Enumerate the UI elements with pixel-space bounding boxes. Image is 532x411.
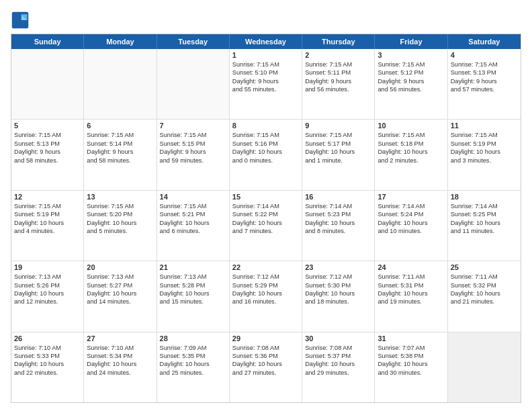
cell-info: Sunrise: 7:13 AMSunset: 5:26 PMDaylight:…: [14, 273, 81, 306]
weekday-header-sunday: Sunday: [11, 34, 84, 49]
day-number: 7: [160, 122, 226, 130]
day-number: 17: [378, 193, 444, 201]
cell-info: Sunrise: 7:15 AMSunset: 5:14 PMDaylight:…: [87, 131, 153, 165]
cell-info: Sunrise: 7:12 AMSunset: 5:30 PMDaylight:…: [305, 273, 371, 306]
calendar-cell: 15Sunrise: 7:14 AMSunset: 5:22 PMDayligh…: [230, 191, 302, 261]
calendar-row-4: 19Sunrise: 7:13 AMSunset: 5:26 PMDayligh…: [11, 261, 521, 332]
cell-info: Sunrise: 7:07 AMSunset: 5:38 PMDaylight:…: [378, 344, 444, 377]
calendar-cell: 7Sunrise: 7:15 AMSunset: 5:15 PMDaylight…: [157, 120, 230, 189]
calendar-cell: 22Sunrise: 7:12 AMSunset: 5:29 PMDayligh…: [230, 261, 302, 331]
cell-info: Sunrise: 7:15 AMSunset: 5:10 PMDaylight:…: [232, 60, 299, 94]
day-number: 28: [160, 334, 226, 342]
calendar-cell: 11Sunrise: 7:15 AMSunset: 5:19 PMDayligh…: [448, 120, 521, 189]
cell-info: Sunrise: 7:15 AMSunset: 5:12 PMDaylight:…: [378, 60, 444, 94]
calendar-cell: 5Sunrise: 7:15 AMSunset: 5:13 PMDaylight…: [11, 120, 84, 189]
calendar-cell: [448, 332, 521, 402]
calendar-cell: 10Sunrise: 7:15 AMSunset: 5:18 PMDayligh…: [375, 120, 447, 189]
cell-info: Sunrise: 7:15 AMSunset: 5:17 PMDaylight:…: [305, 131, 371, 165]
cell-info: Sunrise: 7:15 AMSunset: 5:15 PMDaylight:…: [160, 131, 226, 165]
day-number: 15: [232, 193, 299, 201]
day-number: 26: [14, 334, 81, 342]
day-number: 10: [378, 122, 444, 130]
calendar-cell: 8Sunrise: 7:15 AMSunset: 5:16 PMDaylight…: [230, 120, 302, 189]
day-number: 20: [87, 263, 153, 271]
calendar-cell: 24Sunrise: 7:11 AMSunset: 5:31 PMDayligh…: [375, 261, 447, 331]
cell-info: Sunrise: 7:15 AMSunset: 5:19 PMDaylight:…: [451, 131, 518, 165]
logo: [11, 11, 32, 30]
calendar-cell: 2Sunrise: 7:15 AMSunset: 5:11 PMDaylight…: [302, 49, 375, 119]
calendar-cell: 25Sunrise: 7:11 AMSunset: 5:32 PMDayligh…: [448, 261, 521, 331]
calendar-row-2: 5Sunrise: 7:15 AMSunset: 5:13 PMDaylight…: [11, 120, 521, 190]
calendar-cell: 1Sunrise: 7:15 AMSunset: 5:10 PMDaylight…: [230, 49, 302, 119]
cell-info: Sunrise: 7:15 AMSunset: 5:20 PMDaylight:…: [87, 202, 153, 236]
day-number: 27: [87, 334, 153, 342]
day-number: 31: [378, 334, 444, 342]
cell-info: Sunrise: 7:15 AMSunset: 5:13 PMDaylight:…: [451, 60, 518, 94]
calendar-cell: 23Sunrise: 7:12 AMSunset: 5:30 PMDayligh…: [302, 261, 375, 331]
cell-info: Sunrise: 7:14 AMSunset: 5:24 PMDaylight:…: [378, 202, 444, 236]
cell-info: Sunrise: 7:13 AMSunset: 5:27 PMDaylight:…: [87, 273, 153, 306]
calendar-cell: 21Sunrise: 7:13 AMSunset: 5:28 PMDayligh…: [157, 261, 230, 331]
cell-info: Sunrise: 7:14 AMSunset: 5:22 PMDaylight:…: [232, 202, 299, 236]
day-number: 19: [14, 263, 81, 271]
calendar-cell: 27Sunrise: 7:10 AMSunset: 5:34 PMDayligh…: [84, 332, 157, 402]
day-number: 3: [378, 51, 444, 59]
weekday-header-monday: Monday: [84, 34, 157, 49]
day-number: 6: [87, 122, 153, 130]
weekday-header-saturday: Saturday: [448, 34, 521, 49]
day-number: 30: [305, 334, 371, 342]
cell-info: Sunrise: 7:14 AMSunset: 5:23 PMDaylight:…: [305, 202, 371, 236]
cell-info: Sunrise: 7:13 AMSunset: 5:28 PMDaylight:…: [160, 273, 226, 306]
calendar-cell: 29Sunrise: 7:08 AMSunset: 5:36 PMDayligh…: [230, 332, 302, 402]
cell-info: Sunrise: 7:15 AMSunset: 5:19 PMDaylight:…: [14, 202, 81, 236]
day-number: 22: [232, 263, 299, 271]
calendar-cell: 18Sunrise: 7:14 AMSunset: 5:25 PMDayligh…: [448, 191, 521, 261]
calendar: SundayMondayTuesdayWednesdayThursdayFrid…: [11, 34, 521, 403]
weekday-header-wednesday: Wednesday: [230, 34, 302, 49]
cell-info: Sunrise: 7:15 AMSunset: 5:16 PMDaylight:…: [232, 131, 299, 165]
calendar-cell: [157, 49, 230, 119]
page: SundayMondayTuesdayWednesdayThursdayFrid…: [0, 0, 532, 411]
day-number: 8: [232, 122, 299, 130]
day-number: 14: [160, 193, 226, 201]
day-number: 12: [14, 193, 81, 201]
calendar-header: SundayMondayTuesdayWednesdayThursdayFrid…: [11, 34, 521, 49]
cell-info: Sunrise: 7:15 AMSunset: 5:18 PMDaylight:…: [378, 131, 444, 165]
cell-info: Sunrise: 7:11 AMSunset: 5:31 PMDaylight:…: [378, 273, 444, 306]
weekday-header-thursday: Thursday: [302, 34, 375, 49]
weekday-header-tuesday: Tuesday: [157, 34, 230, 49]
calendar-cell: 26Sunrise: 7:10 AMSunset: 5:33 PMDayligh…: [11, 332, 84, 402]
day-number: 13: [87, 193, 153, 201]
cell-info: Sunrise: 7:14 AMSunset: 5:25 PMDaylight:…: [451, 202, 518, 236]
day-number: 4: [451, 51, 518, 59]
calendar-cell: 14Sunrise: 7:15 AMSunset: 5:21 PMDayligh…: [157, 191, 230, 261]
calendar-cell: [84, 49, 157, 119]
calendar-cell: 13Sunrise: 7:15 AMSunset: 5:20 PMDayligh…: [84, 191, 157, 261]
cell-info: Sunrise: 7:10 AMSunset: 5:33 PMDaylight:…: [14, 344, 81, 377]
header: [11, 8, 521, 30]
calendar-row-3: 12Sunrise: 7:15 AMSunset: 5:19 PMDayligh…: [11, 191, 521, 261]
calendar-cell: 12Sunrise: 7:15 AMSunset: 5:19 PMDayligh…: [11, 191, 84, 261]
day-number: 21: [160, 263, 226, 271]
cell-info: Sunrise: 7:15 AMSunset: 5:21 PMDaylight:…: [160, 202, 226, 236]
cell-info: Sunrise: 7:15 AMSunset: 5:11 PMDaylight:…: [305, 60, 371, 94]
day-number: 24: [378, 263, 444, 271]
cell-info: Sunrise: 7:12 AMSunset: 5:29 PMDaylight:…: [232, 273, 299, 306]
calendar-row-1: 1Sunrise: 7:15 AMSunset: 5:10 PMDaylight…: [11, 49, 521, 120]
calendar-cell: 19Sunrise: 7:13 AMSunset: 5:26 PMDayligh…: [11, 261, 84, 331]
day-number: 9: [305, 122, 371, 130]
day-number: 1: [232, 51, 299, 59]
cell-info: Sunrise: 7:10 AMSunset: 5:34 PMDaylight:…: [87, 344, 153, 377]
calendar-cell: 20Sunrise: 7:13 AMSunset: 5:27 PMDayligh…: [84, 261, 157, 331]
day-number: 5: [14, 122, 81, 130]
weekday-header-friday: Friday: [375, 34, 447, 49]
calendar-row-5: 26Sunrise: 7:10 AMSunset: 5:33 PMDayligh…: [11, 332, 521, 402]
calendar-cell: 4Sunrise: 7:15 AMSunset: 5:13 PMDaylight…: [448, 49, 521, 119]
cell-info: Sunrise: 7:08 AMSunset: 5:37 PMDaylight:…: [305, 344, 371, 377]
day-number: 23: [305, 263, 371, 271]
cell-info: Sunrise: 7:09 AMSunset: 5:35 PMDaylight:…: [160, 344, 226, 377]
calendar-cell: 31Sunrise: 7:07 AMSunset: 5:38 PMDayligh…: [375, 332, 447, 402]
calendar-cell: 17Sunrise: 7:14 AMSunset: 5:24 PMDayligh…: [375, 191, 447, 261]
cell-info: Sunrise: 7:08 AMSunset: 5:36 PMDaylight:…: [232, 344, 299, 377]
calendar-cell: 3Sunrise: 7:15 AMSunset: 5:12 PMDaylight…: [375, 49, 447, 119]
